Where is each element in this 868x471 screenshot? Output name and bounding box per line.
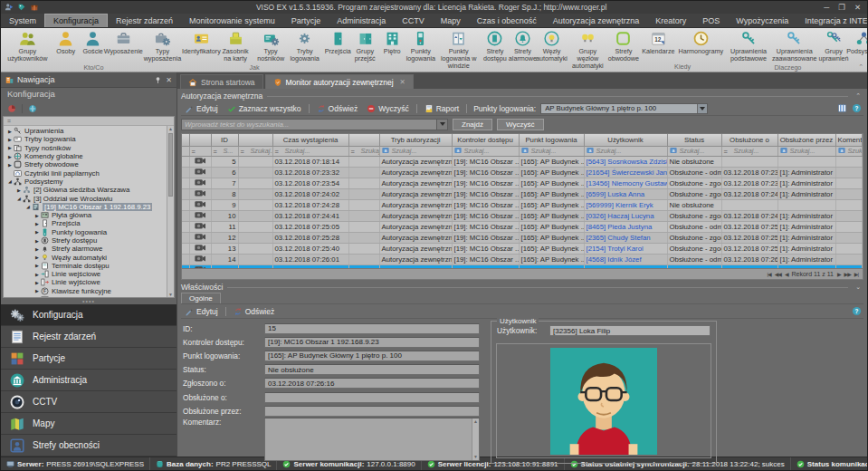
- menu-tab-wypożyczenia[interactable]: Wypożyczenia: [728, 14, 796, 27]
- expand-node-icon[interactable]: ▶: [6, 137, 14, 142]
- ribbon-button-strefy-obwodowe[interactable]: Strefy obwodowe: [609, 29, 639, 63]
- tree-item-czytniki-linii-papilarnych[interactable]: Czytniki linii papilarnych: [4, 168, 174, 177]
- menu-tab-czas-i-obecność[interactable]: Czas i obecność: [469, 14, 545, 27]
- menu-tab-administracja[interactable]: Administracja: [329, 14, 394, 27]
- table-row[interactable]: 903.12.2018 07:24:28Autoryzacja zewnętrz…: [182, 199, 863, 210]
- filter-cell-status[interactable]: aSzukaj...: [667, 146, 721, 156]
- search-dropdown-icon[interactable]: [436, 120, 447, 130]
- ribbon-button-punkty-logowania-w-windzie[interactable]: Punkty logowania w windzie: [435, 29, 481, 71]
- column-header-status[interactable]: Status: [667, 134, 721, 146]
- minimize-button[interactable]: ─: [824, 3, 829, 12]
- tree-item-tryby-logowania[interactable]: ▶Tryby logowania: [4, 135, 174, 143]
- close-tab-icon[interactable]: ✕: [400, 78, 405, 86]
- edit-button[interactable]: Edytuj: [181, 104, 222, 113]
- collapse-node-icon[interactable]: ◢: [15, 196, 23, 201]
- box-icon[interactable]: [30, 3, 39, 12]
- column-header-b1[interactable]: [238, 134, 272, 146]
- column-header-obsp[interactable]: Obsłużone przez: [777, 134, 835, 146]
- tree-filter-row[interactable]: =: [4, 117, 174, 126]
- filter-cell-obso[interactable]: =Szukaj...: [721, 146, 777, 156]
- help-icon[interactable]: ?: [852, 306, 862, 316]
- expand-panel-icon[interactable]: ⌄: [853, 284, 863, 291]
- table-row[interactable]: 503.12.2018 07:18:14Autoryzacja zewnętrz…: [182, 156, 863, 167]
- expand-node-icon[interactable]: ▶: [33, 229, 41, 235]
- maximize-button[interactable]: ❐: [838, 3, 845, 12]
- cell-user[interactable]: [21654] Świerczewski Jan: [584, 167, 667, 178]
- column-header-tryb[interactable]: Tryb autoryzacji: [379, 134, 452, 146]
- cell-user[interactable]: [2154] Trotyl Karol: [584, 244, 667, 255]
- ribbon-button-grupy-użytkowników[interactable]: Grupy użytkowników: [3, 29, 52, 63]
- comment-scrollbar[interactable]: ▲▼: [472, 418, 479, 460]
- table-row[interactable]: 1303.12.2018 07:25:40Autoryzacja zewnętr…: [182, 244, 863, 255]
- sidebar-nav-cctv[interactable]: CCTV: [1, 391, 176, 413]
- table-row[interactable]: 603.12.2018 07:23:32Autoryzacja zewnętrz…: [182, 167, 863, 178]
- app-logo-icon[interactable]: [5, 3, 14, 12]
- menu-tab-autoryzacja-zewnętrzna[interactable]: Autoryzacja zewnętrzna: [545, 14, 648, 27]
- property-value[interactable]: 03.12.2018 07:26:16: [264, 378, 480, 389]
- sidebar-close-icon[interactable]: ✕: [166, 76, 172, 84]
- collapse-node-icon[interactable]: ◢: [24, 204, 32, 209]
- ribbon-button-identyfikatory[interactable]: Identyfikatory: [186, 29, 216, 56]
- camera-cell[interactable]: [189, 178, 211, 188]
- equals-filter-icon[interactable]: =: [241, 149, 249, 156]
- expand-node-icon[interactable]: ▶: [33, 280, 41, 285]
- property-value[interactable]: [264, 406, 480, 417]
- ribbon-button-piętro[interactable]: Piętro: [378, 29, 405, 56]
- cell-user[interactable]: [6599] Luska Anna: [584, 188, 667, 199]
- tree-item-3-oddział-we-wrocławiu[interactable]: ◢[3] Oddział we Wrocławiu: [4, 194, 174, 202]
- sidebar-nav-mapy[interactable]: Mapy: [1, 413, 176, 435]
- expand-node-icon[interactable]: ▶: [33, 255, 41, 260]
- expand-node-icon[interactable]: ▶: [33, 263, 41, 268]
- doc-tab-strona-startowa[interactable]: Strona startowa: [180, 74, 263, 89]
- camera-cell[interactable]: [189, 233, 211, 244]
- filter-cell-b2[interactable]: =Szukaj...: [348, 146, 379, 156]
- ribbon-collapse-icon[interactable]: ⌃: [858, 63, 863, 71]
- menu-tab-integracja-z-integra[interactable]: Integracja z INTEGRA: [796, 14, 868, 27]
- ribbon-button-punkty-logowania[interactable]: Punkty logowania: [405, 29, 435, 63]
- help-icon[interactable]: ?: [852, 103, 862, 113]
- text-filter-icon[interactable]: a: [838, 147, 846, 154]
- tag-icon[interactable]: [17, 3, 26, 12]
- column-header-koment[interactable]: Komentarz: [835, 134, 863, 146]
- filter-cell-uzytkownik[interactable]: aSzukaj...: [584, 146, 667, 156]
- sidebar-nav-partycje[interactable]: Partycje: [1, 348, 176, 370]
- tree-item-węzły-automatyki[interactable]: ▶Węzły automatyki: [4, 253, 174, 261]
- ribbon-button-osoby[interactable]: Osoby: [52, 29, 80, 56]
- property-value[interactable]: [264, 392, 480, 403]
- tree-item-typy-nośników[interactable]: ▶Typy nośników: [4, 144, 174, 152]
- camera-cell[interactable]: [189, 199, 211, 210]
- menu-tab-monitorowanie-systemu[interactable]: Monitorowanie systemu: [181, 14, 283, 27]
- filter-icon[interactable]: [7, 104, 16, 113]
- sidebar-nav-administracja[interactable]: Administracja: [1, 370, 176, 391]
- expand-node-icon[interactable]: ▶: [33, 272, 41, 277]
- ribbon-button-tryby-logowania[interactable]: Tryby logowania: [287, 29, 322, 63]
- tree-item-wyświetlacze[interactable]: ▶Wyświetlacze: [4, 295, 174, 297]
- menu-tab-kreatory[interactable]: Kreatory: [647, 14, 694, 27]
- table-row[interactable]: 703.12.2018 07:23:54Autoryzacja zewnętrz…: [182, 178, 863, 188]
- property-value[interactable]: Nie obsłużone: [264, 364, 480, 375]
- table-row[interactable]: 1203.12.2018 07:25:28Autoryzacja zewnętr…: [182, 233, 863, 244]
- collapse-node-icon[interactable]: ◢: [6, 178, 14, 184]
- cell-user[interactable]: [4568] Idnik Józef: [584, 255, 667, 265]
- find-button[interactable]: Znajdź: [453, 119, 492, 130]
- equals-filter-icon[interactable]: =: [192, 149, 200, 156]
- text-filter-icon[interactable]: a: [454, 147, 463, 154]
- menu-tab-mapy[interactable]: Mapy: [433, 14, 469, 27]
- expand-node-icon[interactable]: ▶: [6, 154, 14, 159]
- splitter-handle[interactable]: ••••: [1, 298, 176, 304]
- expand-node-icon[interactable]: ▶: [33, 213, 41, 218]
- expand-node-icon[interactable]: ▶: [15, 187, 23, 193]
- prev-group-icon[interactable]: ◀◀: [775, 271, 781, 277]
- ribbon-button-harmonogramy[interactable]: Harmonogramy: [677, 29, 726, 56]
- tree-item-uprawnienia[interactable]: ▶Uprawnienia: [4, 127, 174, 135]
- comment-textarea[interactable]: ▲▼: [264, 418, 480, 461]
- tree-item-komendy-globalne[interactable]: ▶Komendy globalne: [4, 152, 174, 160]
- text-filter-icon[interactable]: a: [521, 147, 529, 154]
- properties-refresh-button[interactable]: Odśwież: [230, 307, 279, 316]
- expand-node-icon[interactable]: ▶: [6, 162, 14, 168]
- table-row[interactable]: 1003.12.2018 07:24:41Autoryzacja zewnętr…: [182, 210, 863, 221]
- ribbon-button-strefy-alarmowe[interactable]: Strefy alarmowe: [509, 29, 537, 63]
- tree-item-terminale-dostępu[interactable]: ▶Terminale dostępu: [4, 262, 174, 270]
- close-button[interactable]: ✕: [854, 3, 861, 12]
- filter-cell-obsp[interactable]: aSzukaj...: [777, 146, 835, 156]
